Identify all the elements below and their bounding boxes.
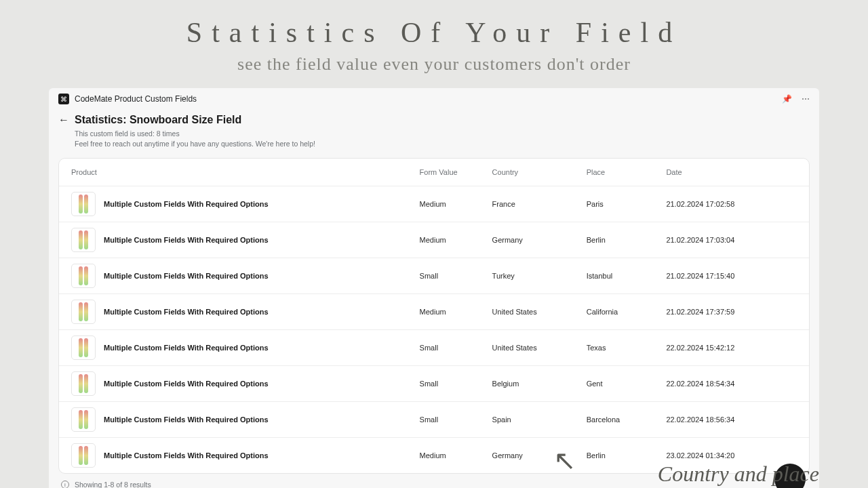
more-icon[interactable]: ⋯ — [802, 94, 810, 104]
help-text: Feel free to reach out anytime if you ha… — [75, 139, 810, 149]
cell-form-value: Medium — [420, 236, 492, 244]
cell-date: 21.02.2024 17:03:04 — [666, 236, 797, 244]
usage-count-text: This custom field is used: 8 times — [75, 129, 810, 139]
cell-form-value: Medium — [420, 200, 492, 208]
app-window: ⌘ CodeMate Product Custom Fields 📌 ⋯ ← S… — [49, 88, 819, 488]
annotation-text: Country and place — [658, 462, 819, 487]
promo-title: Statistics Of Your Field — [0, 16, 868, 49]
cell-country: Spain — [492, 415, 587, 424]
cell-form-value: Small — [420, 415, 492, 424]
app-topbar: ⌘ CodeMate Product Custom Fields 📌 ⋯ — [49, 88, 819, 110]
annotation-arrow-icon: ↖ — [553, 445, 576, 476]
cell-place: Berlin — [587, 236, 667, 244]
table-row[interactable]: Multiple Custom Fields With Required Opt… — [59, 330, 809, 366]
product-thumbnail — [71, 371, 96, 396]
cell-country: Germany — [492, 236, 587, 244]
product-name: Multiple Custom Fields With Required Opt… — [104, 272, 269, 280]
cell-place: Gent — [587, 380, 667, 388]
cell-date: 22.02.2024 18:54:34 — [666, 380, 797, 388]
table-row[interactable]: Multiple Custom Fields With Required Opt… — [59, 222, 809, 258]
product-name: Multiple Custom Fields With Required Opt… — [104, 308, 269, 316]
cell-date: 23.02.2024 01:34:20 — [666, 451, 797, 460]
product-thumbnail — [71, 300, 96, 324]
cell-country: Belgium — [492, 380, 587, 388]
product-thumbnail — [71, 407, 96, 432]
col-form-value[interactable]: Form Value — [420, 168, 492, 176]
cell-place: Texas — [587, 344, 667, 352]
product-name: Multiple Custom Fields With Required Opt… — [104, 200, 269, 208]
cell-form-value: Medium — [420, 451, 492, 460]
cell-form-value: Small — [420, 272, 492, 280]
product-thumbnail — [71, 336, 96, 360]
col-date[interactable]: Date — [666, 168, 797, 176]
product-name: Multiple Custom Fields With Required Opt… — [104, 451, 269, 460]
stats-table: Product Form Value Country Place Date Mu… — [58, 158, 810, 474]
table-header: Product Form Value Country Place Date — [59, 159, 809, 186]
cell-date: 22.02.2024 18:56:34 — [666, 415, 797, 424]
pin-icon[interactable]: 📌 — [782, 94, 792, 104]
table-row[interactable]: Multiple Custom Fields With Required Opt… — [59, 402, 809, 438]
cell-date: 21.02.2024 17:02:58 — [666, 200, 797, 208]
table-row[interactable]: Multiple Custom Fields With Required Opt… — [59, 294, 809, 330]
pagination-text: Showing 1-8 of 8 results — [75, 481, 151, 488]
page-header: ← Statistics: Snowboard Size Field This … — [49, 114, 819, 155]
cell-country: France — [492, 200, 587, 208]
product-thumbnail — [71, 264, 96, 288]
info-icon: i — [61, 481, 69, 488]
cell-form-value: Small — [420, 380, 492, 388]
cell-form-value: Small — [420, 344, 492, 352]
table-row[interactable]: Multiple Custom Fields With Required Opt… — [59, 258, 809, 294]
cell-place: California — [587, 308, 667, 316]
app-brand: CodeMate Product Custom Fields — [75, 94, 197, 104]
col-product[interactable]: Product — [71, 168, 420, 176]
table-row[interactable]: Multiple Custom Fields With Required Opt… — [59, 366, 809, 402]
product-thumbnail — [71, 228, 96, 252]
cell-date: 21.02.2024 17:15:40 — [666, 272, 797, 280]
cell-country: Turkey — [492, 272, 587, 280]
product-thumbnail — [71, 192, 96, 216]
cell-date: 22.02.2024 15:42:12 — [666, 344, 797, 352]
promo-subtitle: see the field value even your customers … — [0, 54, 868, 75]
cell-country: United States — [492, 308, 587, 316]
col-country[interactable]: Country — [492, 168, 587, 176]
cell-date: 21.02.2024 17:37:59 — [666, 308, 797, 316]
table-row[interactable]: Multiple Custom Fields With Required Opt… — [59, 186, 809, 222]
cell-place: Barcelona — [587, 415, 667, 424]
cell-place: Istanbul — [587, 272, 667, 280]
cell-place: Berlin — [587, 451, 667, 460]
cell-country: United States — [492, 344, 587, 352]
product-name: Multiple Custom Fields With Required Opt… — [104, 380, 269, 388]
product-name: Multiple Custom Fields With Required Opt… — [104, 236, 269, 244]
page-title: Statistics: Snowboard Size Field — [75, 114, 241, 126]
product-name: Multiple Custom Fields With Required Opt… — [104, 344, 269, 352]
cell-form-value: Medium — [420, 308, 492, 316]
product-name: Multiple Custom Fields With Required Opt… — [104, 415, 269, 424]
col-place[interactable]: Place — [587, 168, 667, 176]
product-thumbnail — [71, 443, 96, 468]
cell-place: Paris — [587, 200, 667, 208]
back-arrow-icon[interactable]: ← — [58, 114, 69, 126]
app-logo-icon: ⌘ — [58, 94, 69, 104]
